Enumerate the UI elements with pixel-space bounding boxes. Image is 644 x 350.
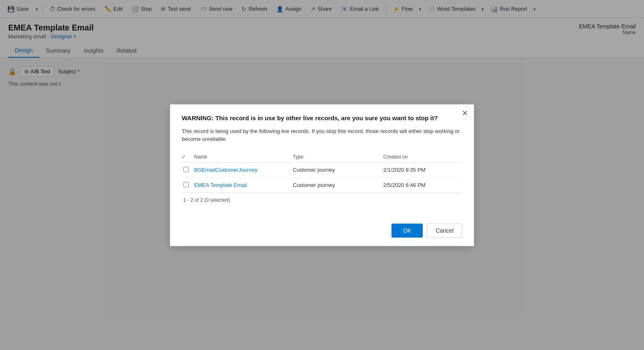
row-name-link[interactable]: EMEA Template Email	[194, 182, 247, 188]
ok-button[interactable]: OK	[391, 224, 423, 238]
row-checkbox[interactable]	[183, 182, 189, 187]
row-name-cell: EMEA Template Email	[194, 177, 293, 193]
dialog-title: WARNING: This record is in use by other …	[182, 114, 462, 121]
cancel-button[interactable]: Cancel	[427, 224, 462, 238]
dialog-footer: OK Cancel	[182, 224, 462, 238]
row-name-cell: BGEmailCustomerJourney	[194, 162, 293, 177]
table-row: BGEmailCustomerJourney Customer journey …	[182, 162, 462, 177]
dialog-description: This record is being used by the followi…	[182, 127, 462, 143]
col-header-type: Type	[293, 152, 383, 163]
row-checkbox-cell[interactable]	[182, 162, 194, 177]
col-header-check: ✓	[182, 152, 194, 163]
row-created-on-cell: 2/1/2020 9:35 PM	[383, 162, 462, 177]
row-created-on-cell: 2/5/2020 6:46 PM	[383, 177, 462, 193]
row-name-link[interactable]: BGEmailCustomerJourney	[194, 167, 257, 173]
row-type-cell: Customer journey	[293, 162, 383, 177]
modal-overlay: ✕ WARNING: This record is in use by othe…	[0, 0, 644, 350]
row-checkbox-cell[interactable]	[182, 177, 194, 193]
table-header-row: ✓ Name Type Created on	[182, 152, 462, 163]
records-table: ✓ Name Type Created on	[182, 152, 462, 193]
dialog-close-button[interactable]: ✕	[462, 110, 468, 117]
warning-dialog: ✕ WARNING: This record is in use by othe…	[170, 104, 474, 246]
row-checkbox[interactable]	[183, 167, 189, 172]
table-row: EMEA Template Email Customer journey 2/5…	[182, 177, 462, 193]
table-count: 1 - 2 of 2 (0 selected)	[183, 197, 462, 203]
row-type-cell: Customer journey	[293, 177, 383, 193]
col-header-created-on: Created on	[383, 152, 462, 163]
col-header-name: Name	[194, 152, 293, 163]
